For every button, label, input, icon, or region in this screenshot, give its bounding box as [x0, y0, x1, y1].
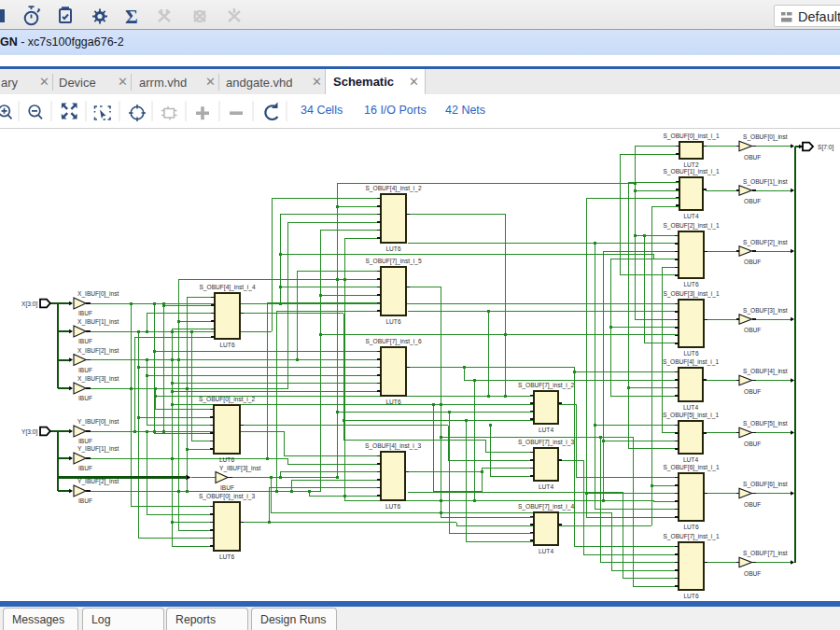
- svg-text:S_OBUF[2]_inst: S_OBUF[2]_inst: [743, 239, 788, 246]
- svg-text:S_OBUF[7]_inst_i_1: S_OBUF[7]_inst_i_1: [663, 533, 719, 540]
- svg-text:IBUF: IBUF: [220, 484, 234, 491]
- svg-text:S_OBUF[4]_inst_i_3: S_OBUF[4]_inst_i_3: [365, 442, 421, 450]
- svg-text:S_OBUF[5]_inst_i_1: S_OBUF[5]_inst_i_1: [663, 412, 719, 419]
- svg-text:OBUF: OBUF: [744, 327, 761, 333]
- svg-text:LUT4: LUT4: [683, 456, 698, 463]
- svg-text:S_OBUF[3]_inst_i_1: S_OBUF[3]_inst_i_1: [663, 290, 719, 298]
- svg-text:IBUF: IBUF: [78, 367, 92, 373]
- svg-text:S_OBUF[1]_inst_i_1: S_OBUF[1]_inst_i_1: [663, 168, 719, 175]
- svg-text:OBUF: OBUF: [744, 501, 761, 508]
- svg-text:S_OBUF[4]_inst_i_2: S_OBUF[4]_inst_i_2: [365, 185, 421, 192]
- svg-text:S_OBUF[6]_inst_i_1: S_OBUF[6]_inst_i_1: [663, 464, 719, 471]
- svg-text:S_OBUF[0]_inst_i_3: S_OBUF[0]_inst_i_3: [199, 493, 255, 500]
- svg-text:LUT6: LUT6: [219, 553, 234, 560]
- svg-text:Y_IBUF[1]_inst: Y_IBUF[1]_inst: [77, 445, 119, 453]
- svg-text:LUT6: LUT6: [385, 399, 400, 405]
- svg-text:S_OBUF[0]_inst: S_OBUF[0]_inst: [743, 133, 788, 141]
- svg-text:LUT6: LUT6: [683, 281, 698, 287]
- svg-text:S_OBUF[1]_inst: S_OBUF[1]_inst: [743, 178, 788, 186]
- svg-text:LUT6: LUT6: [683, 593, 698, 599]
- svg-text:LUT4: LUT4: [683, 404, 698, 411]
- svg-text:X_IBUF[3]_inst: X_IBUF[3]_inst: [77, 375, 119, 383]
- svg-text:S_OBUF[4]_inst_i_4: S_OBUF[4]_inst_i_4: [199, 284, 255, 291]
- svg-text:OBUF: OBUF: [744, 154, 761, 161]
- svg-text:S_OBUF[3]_inst: S_OBUF[3]_inst: [743, 307, 788, 315]
- svg-text:S_OBUF[4]_inst_i_1: S_OBUF[4]_inst_i_1: [663, 358, 719, 366]
- svg-text:LUT4: LUT4: [539, 483, 553, 490]
- svg-text:LUT4: LUT4: [539, 548, 553, 554]
- svg-text:IBUF: IBUF: [78, 438, 92, 444]
- svg-text:LUT6: LUT6: [385, 503, 400, 510]
- svg-text:OBUF: OBUF: [744, 570, 761, 577]
- svg-text:S_OBUF[7]_inst_i_4: S_OBUF[7]_inst_i_4: [518, 503, 574, 511]
- svg-text:S_OBUF[7]_inst: S_OBUF[7]_inst: [743, 550, 788, 557]
- svg-text:IBUF: IBUF: [78, 465, 92, 471]
- svg-text:S_OBUF[4]_inst: S_OBUF[4]_inst: [743, 368, 788, 375]
- svg-text:OBUF: OBUF: [744, 198, 761, 204]
- svg-text:X_IBUF[1]_inst: X_IBUF[1]_inst: [77, 318, 119, 326]
- svg-text:S[7:0]: S[7:0]: [818, 144, 833, 151]
- svg-text:X_IBUF[0]_inst: X_IBUF[0]_inst: [77, 290, 119, 298]
- svg-text:S_OBUF[0]_inst_i_2: S_OBUF[0]_inst_i_2: [199, 396, 255, 403]
- svg-text:S_OBUF[6]_inst: S_OBUF[6]_inst: [743, 481, 788, 488]
- svg-text:S_OBUF[7]_inst_i_5: S_OBUF[7]_inst_i_5: [365, 258, 421, 265]
- svg-text:S_OBUF[7]_inst_i_6: S_OBUF[7]_inst_i_6: [365, 338, 421, 345]
- svg-text:LUT6: LUT6: [683, 350, 698, 357]
- svg-text:S_OBUF[0]_inst_i_1: S_OBUF[0]_inst_i_1: [663, 133, 719, 140]
- svg-text:OBUF: OBUF: [744, 388, 761, 395]
- svg-text:IBUF: IBUF: [78, 497, 92, 504]
- svg-text:LUT6: LUT6: [219, 342, 234, 348]
- svg-text:Y_IBUF[2]_inst: Y_IBUF[2]_inst: [77, 478, 119, 485]
- svg-text:LUT4: LUT4: [539, 427, 553, 433]
- svg-text:Y_IBUF[3]_inst: Y_IBUF[3]_inst: [219, 465, 261, 472]
- svg-text:LUT2: LUT2: [683, 161, 698, 168]
- svg-text:Y[3:0]: Y[3:0]: [21, 428, 37, 436]
- svg-text:IBUF: IBUF: [78, 395, 92, 401]
- svg-text:OBUF: OBUF: [744, 441, 761, 447]
- svg-text:Σ: Σ: [125, 6, 138, 28]
- svg-text:X[3:0]: X[3:0]: [21, 301, 37, 308]
- svg-text:S_OBUF[2]_inst_i_1: S_OBUF[2]_inst_i_1: [663, 222, 719, 230]
- svg-text:S_OBUF[7]_inst_i_2: S_OBUF[7]_inst_i_2: [518, 382, 574, 389]
- svg-text:X_IBUF[2]_inst: X_IBUF[2]_inst: [77, 347, 119, 355]
- svg-text:S_OBUF[7]_inst_i_3: S_OBUF[7]_inst_i_3: [518, 439, 574, 446]
- svg-text:IBUF: IBUF: [78, 310, 92, 316]
- svg-text:S_OBUF[5]_inst: S_OBUF[5]_inst: [743, 420, 788, 427]
- svg-text:LUT6: LUT6: [683, 524, 698, 530]
- svg-text:Y_IBUF[0]_inst: Y_IBUF[0]_inst: [77, 418, 119, 426]
- svg-text:IBUF: IBUF: [78, 338, 92, 344]
- svg-text:LUT6: LUT6: [219, 456, 234, 463]
- svg-text:LUT6: LUT6: [385, 245, 400, 252]
- svg-text:OBUF: OBUF: [744, 259, 761, 265]
- svg-text:LUT4: LUT4: [683, 213, 698, 219]
- svg-text:LUT6: LUT6: [385, 318, 400, 325]
